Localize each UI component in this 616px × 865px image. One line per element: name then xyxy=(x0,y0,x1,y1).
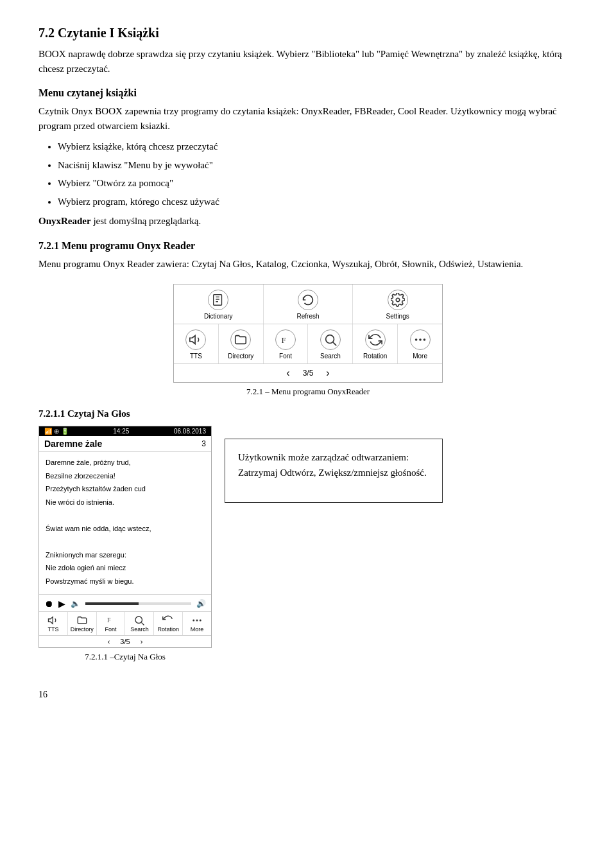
figure-7211-caption: 7.2.1.1 –Czytaj Na Głos xyxy=(38,652,212,662)
more-icon xyxy=(410,329,431,350)
tts-bottom-rotation[interactable]: Rotation xyxy=(154,612,183,635)
svg-marker-5 xyxy=(190,336,195,344)
tts-nav-prev[interactable]: ‹ xyxy=(108,638,110,645)
tts-bottom-search-icon xyxy=(133,615,145,626)
figure-onyx-menu: Dictionary Refresh Setti xyxy=(38,284,578,397)
section-7211-heading: 7.2.1.1 Czytaj Na Głos xyxy=(38,408,578,419)
more-label: More xyxy=(413,353,427,360)
tts-screenshot-container: 📶 ⊕ 🔋 14:25 06.08.2013 Daremne żale 3 Da… xyxy=(38,426,212,662)
tts-bottom-nav: ‹ 3/5 › xyxy=(39,635,211,647)
menu-item-directory[interactable]: Directory xyxy=(219,324,264,363)
svg-rect-0 xyxy=(214,295,222,306)
directory-icon xyxy=(230,329,251,350)
rotation-label: Rotation xyxy=(363,353,387,360)
tts-progress-bar xyxy=(85,602,191,605)
tts-nav-page: 3/5 xyxy=(120,638,130,645)
menu-item-rotation[interactable]: Rotation xyxy=(353,324,398,363)
settings-icon xyxy=(388,290,408,310)
bullet-list: Wybierz książke, którą chcesz przeczytać… xyxy=(58,139,578,209)
tts-line-5 xyxy=(46,510,205,521)
tts-playback-controls: ⏺ ▶ 🔈 🔊 xyxy=(39,594,211,611)
menu-item-settings[interactable]: Settings xyxy=(353,284,442,324)
tts-bottom-font-label: Font xyxy=(105,626,117,633)
tts-bottom-font[interactable]: F Font xyxy=(97,612,126,635)
svg-point-16 xyxy=(193,620,194,622)
menu-item-font[interactable]: F Font xyxy=(264,324,309,363)
tts-bottom-directory[interactable]: Directory xyxy=(68,612,97,635)
menu-item-search[interactable]: Search xyxy=(308,324,353,363)
menu-item-more[interactable]: More xyxy=(398,324,442,363)
tts-bottom-more-icon xyxy=(191,615,203,626)
onyx-menu-top-row: Dictionary Refresh Setti xyxy=(174,284,442,324)
tts-book-content: Daremne żale, próżny trud, Bezsilne złor… xyxy=(39,452,211,594)
tts-line-8: Zniknionych mar szeregu: xyxy=(46,550,205,561)
onyx-reader-bold: OnyxReader xyxy=(38,216,91,226)
tts-line-1: Daremne żale, próżny trud, xyxy=(46,457,205,468)
tts-progress-bar-fill xyxy=(85,602,139,605)
search-label: Search xyxy=(320,353,341,360)
svg-marker-12 xyxy=(48,617,53,624)
tts-bottom-more[interactable]: More xyxy=(183,612,211,635)
section-721-para: Menu programu Onyx Reader zawiera: Czyta… xyxy=(38,257,578,272)
dictionary-label: Dictionary xyxy=(204,313,232,320)
refresh-icon xyxy=(298,290,318,310)
nav-next-arrow[interactable]: › xyxy=(326,367,329,379)
tts-bottom-tts[interactable]: TTS xyxy=(39,612,68,635)
tts-volume-up-icon[interactable]: 🔊 xyxy=(196,599,206,608)
status-date: 06.08.2013 xyxy=(174,428,206,435)
book-icon xyxy=(208,290,228,310)
directory-label: Directory xyxy=(228,353,253,360)
svg-text:F: F xyxy=(282,336,286,345)
tts-bottom-tts-label: TTS xyxy=(47,626,58,633)
svg-point-4 xyxy=(396,298,400,302)
callout-text: Użytkownik może zarządzać odtwarzaniem: … xyxy=(238,452,427,478)
svg-point-18 xyxy=(200,620,201,622)
tts-bottom-tts-icon xyxy=(47,615,59,626)
search-icon xyxy=(320,329,341,350)
intro-para2: Czytnik Onyx BOOX zapewnia trzy programy… xyxy=(38,104,578,133)
tts-record-icon[interactable]: ⏺ xyxy=(44,599,53,609)
nav-prev-arrow[interactable]: ‹ xyxy=(286,367,289,379)
list-item: Wybierz "Otwórz za pomocą" xyxy=(58,176,578,191)
svg-point-10 xyxy=(419,338,422,341)
tts-bottom-directory-label: Directory xyxy=(71,626,94,633)
rotation-icon xyxy=(365,329,386,350)
svg-line-15 xyxy=(142,622,144,625)
tts-book-title: Daremne żale xyxy=(44,439,102,449)
tts-bottom-rotation-icon xyxy=(162,615,174,626)
svg-point-7 xyxy=(326,335,334,344)
status-time: 14:25 xyxy=(113,428,129,435)
menu-subtitle: Menu czytanej książki xyxy=(38,87,578,99)
tts-screenshot: 📶 ⊕ 🔋 14:25 06.08.2013 Daremne żale 3 Da… xyxy=(38,426,212,648)
menu-nav-row: ‹ 3/5 › xyxy=(174,364,442,382)
tts-bottom-search[interactable]: Search xyxy=(125,612,154,635)
menu-item-tts[interactable]: TTS xyxy=(174,324,219,363)
svg-point-14 xyxy=(135,616,142,624)
list-item: Wybierz książke, którą chcesz przeczytać xyxy=(58,139,578,154)
tts-line-10: Powstrzymać myśli w biegu. xyxy=(46,576,205,587)
tts-nav-next[interactable]: › xyxy=(141,638,143,645)
tts-line-9: Nie zdoła ogień ani miecz xyxy=(46,563,205,573)
callout-box: Użytkownik może zarządzać odtwarzaniem: … xyxy=(225,439,443,503)
tts-bottom-rotation-label: Rotation xyxy=(157,626,179,633)
menu-item-refresh[interactable]: Refresh xyxy=(264,284,354,324)
tts-volume-down-icon[interactable]: 🔈 xyxy=(71,599,80,608)
tts-play-icon[interactable]: ▶ xyxy=(58,599,65,609)
tts-line-4: Nie wróci do istnienia. xyxy=(46,497,205,508)
tts-icon xyxy=(185,329,206,350)
intro-para1: BOOX naprawdę dobrze sprawdza się przy c… xyxy=(38,47,578,76)
tts-bottom-directory-icon xyxy=(76,615,88,626)
tts-page-num: 3 xyxy=(201,439,206,448)
tts-line-2: Bezsilne złorzeczenia! xyxy=(46,471,205,482)
menu-item-dictionary[interactable]: Dictionary xyxy=(174,284,264,324)
tts-label: TTS xyxy=(190,353,202,360)
nav-page: 3/5 xyxy=(303,369,314,378)
svg-point-11 xyxy=(423,338,425,341)
chapter-heading: 7.2 Czytanie I Książki xyxy=(38,26,578,40)
font-label: Font xyxy=(279,353,292,360)
tts-progress-bar-container xyxy=(85,602,191,605)
onyx-menu-bottom-row: TTS Directory F Font xyxy=(174,324,442,364)
settings-label: Settings xyxy=(386,313,409,320)
tts-line-3: Przeżytych kształtów żaden cud xyxy=(46,484,205,494)
tts-bottom-more-label: More xyxy=(191,626,204,633)
